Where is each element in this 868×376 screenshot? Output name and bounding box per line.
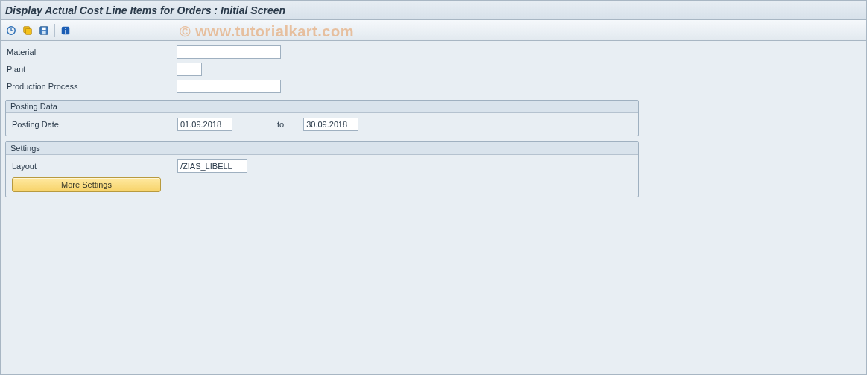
settings-group: Settings Layout More Settings xyxy=(5,141,639,197)
material-input[interactable] xyxy=(177,45,281,59)
row-process: Production Process xyxy=(5,78,861,95)
toolbar: i xyxy=(1,20,866,41)
more-settings-button[interactable]: More Settings xyxy=(12,177,161,192)
svg-text:i: i xyxy=(65,26,67,34)
variant-icon[interactable] xyxy=(20,23,35,38)
plant-label: Plant xyxy=(5,65,177,74)
material-label: Material xyxy=(5,48,177,57)
layout-input[interactable] xyxy=(177,159,247,173)
to-label: to xyxy=(277,120,284,129)
posting-group-title: Posting Data xyxy=(6,101,638,113)
layout-label: Layout xyxy=(12,162,177,171)
process-input[interactable] xyxy=(177,80,281,93)
posting-date-label: Posting Date xyxy=(12,120,177,129)
posting-data-group: Posting Data Posting Date to xyxy=(5,100,639,136)
posting-date-to-input[interactable] xyxy=(303,118,358,131)
title-bar: Display Actual Cost Line Items for Order… xyxy=(1,1,866,20)
more-settings-label: More Settings xyxy=(61,180,112,189)
plant-input[interactable] xyxy=(177,63,202,76)
page-title: Display Actual Cost Line Items for Order… xyxy=(5,4,285,16)
settings-group-title: Settings xyxy=(6,142,638,155)
execute-icon[interactable] xyxy=(4,23,19,38)
row-material: Material xyxy=(5,44,861,60)
save-icon[interactable] xyxy=(37,23,51,38)
form-body: Material Plant Production Process Postin… xyxy=(1,41,866,374)
svg-rect-4 xyxy=(25,28,31,34)
process-label: Production Process xyxy=(5,82,177,91)
toolbar-separator xyxy=(54,24,55,37)
row-plant: Plant xyxy=(5,61,861,77)
svg-rect-6 xyxy=(42,27,45,30)
svg-rect-7 xyxy=(42,31,45,34)
posting-date-from-input[interactable] xyxy=(177,118,232,131)
info-icon[interactable]: i xyxy=(58,23,73,38)
